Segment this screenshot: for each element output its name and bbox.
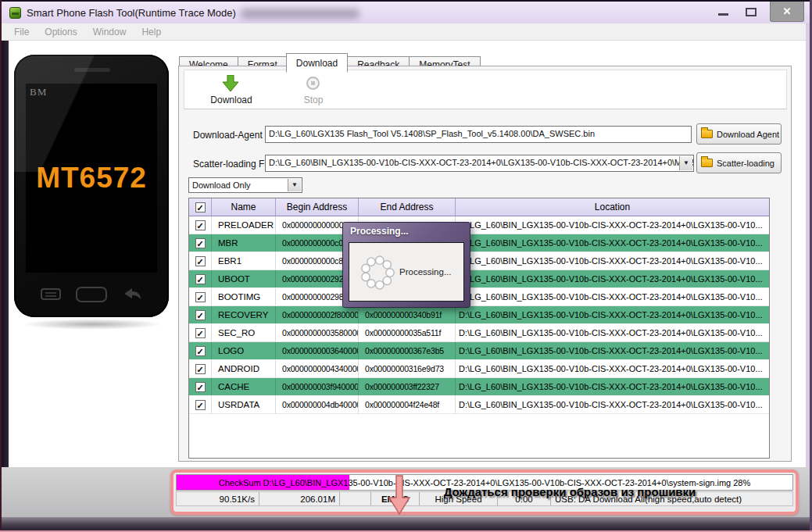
- row-checkbox[interactable]: ✓: [189, 288, 212, 305]
- dialog-panel: Processing...: [349, 242, 464, 302]
- chevron-down-icon[interactable]: ▼: [288, 179, 301, 191]
- back-nav-icon: [122, 287, 142, 302]
- chevron-down-icon[interactable]: ▼: [679, 156, 692, 170]
- download-button[interactable]: Download: [200, 95, 263, 105]
- row-checkbox[interactable]: ✓: [189, 396, 212, 413]
- row-checkbox[interactable]: ✓: [189, 234, 212, 252]
- minimize-icon: [718, 13, 728, 16]
- cell-name: RECOVERY: [212, 306, 276, 323]
- cell-end-address: 0x000000000367e3b5: [359, 342, 456, 359]
- scatter-file-value: D:\LG_L60\BIN_LGX135-00-V10b-CIS-XXX-OCT…: [269, 158, 694, 167]
- table-row-preloader[interactable]: ✓PRELOADER0x00000000000000000x0000000000…: [189, 216, 769, 234]
- toolbar: Download Stop: [184, 70, 787, 109]
- download-agent-button[interactable]: Download Agent: [696, 123, 782, 145]
- download-mode-combobox[interactable]: Download Only ▼: [188, 177, 302, 193]
- row-checkbox[interactable]: ✓: [189, 324, 212, 341]
- cell-begin-address: 0x0000000003580000: [276, 324, 359, 341]
- stop-icon: [306, 77, 320, 90]
- cell-location: D:\LG_L60\BIN_LGX135-00-V10b-CIS-XXX-OCT…: [456, 396, 769, 413]
- scatter-file-combobox[interactable]: D:\LG_L60\BIN_LGX135-00-V10b-CIS-XXX-OCT…: [265, 155, 694, 172]
- row-checkbox[interactable]: ✓: [189, 378, 212, 395]
- cell-name: BOOTIMG: [212, 288, 276, 305]
- row-checkbox[interactable]: ✓: [189, 342, 212, 359]
- cell-begin-address: 0x0000000003640000: [276, 342, 359, 359]
- cell-name: PRELOADER: [212, 216, 276, 234]
- table-row-ebr1[interactable]: ✓EBR10x0000000000c800D:\LG_L60\BIN_LGX13…: [189, 252, 769, 270]
- download-agent-input[interactable]: D:\LG_L60\LGX135 Flash_Tool V5.1408\SP_F…: [265, 126, 692, 143]
- cell-end-address: 0x000000003ff22327: [359, 378, 456, 395]
- annotation-text: Дождаться проверки образов из прошивки: [374, 485, 765, 498]
- table-row-cache[interactable]: ✓CACHE0x000000003f9400000x000000003ff223…: [189, 378, 769, 396]
- table-row-android[interactable]: ✓ANDROID0x00000000043400000x00000000316e…: [189, 360, 769, 378]
- folder-icon: [701, 130, 713, 138]
- window-title: Smart Phone Flash Tool(Runtime Trace Mod…: [27, 7, 236, 19]
- cell-location: D:\LG_L60\BIN_LGX135-00-V10b-CIS-XXX-OCT…: [456, 360, 769, 377]
- close-button[interactable]: ✕: [770, 2, 804, 22]
- phone-image: BM MT6572: [14, 55, 169, 317]
- cell-end-address: 0x00000000316e9d73: [359, 360, 456, 377]
- header-end-address[interactable]: End Address: [359, 198, 456, 216]
- maximize-button[interactable]: [737, 2, 765, 22]
- header-location[interactable]: Location: [456, 198, 769, 216]
- cell-location: D:\LG_L60\BIN_LGX135-00-V10b-CIS-XXX-OCT…: [456, 270, 769, 287]
- checkbox-icon: ✓: [195, 202, 206, 212]
- download-agent-button-label: Download Agent: [717, 130, 779, 139]
- cell-begin-address: 0x0000000002f80000: [276, 306, 359, 323]
- table-row-usrdata[interactable]: ✓USRDATA0x000000004db400000x000000004f24…: [189, 396, 769, 414]
- title-bar: Smart Phone Flash Tool(Runtime Trace Mod…: [2, 2, 810, 23]
- row-checkbox[interactable]: ✓: [189, 270, 212, 287]
- cell-name: EBR1: [212, 252, 276, 270]
- row-checkbox[interactable]: ✓: [189, 360, 212, 377]
- cell-end-address: 0x000000004f24e48f: [359, 396, 456, 413]
- status-cell-1: 206.01M: [259, 492, 340, 505]
- table-row-mbr[interactable]: ✓MBR0x0000000000c000D:\LG_L60\BIN_LGX135…: [189, 234, 769, 252]
- table-row-bootimg[interactable]: ✓BOOTIMG0x00000000029800D:\LG_L60\BIN_LG…: [189, 288, 769, 306]
- checkbox-icon: ✓: [195, 220, 206, 230]
- row-checkbox[interactable]: ✓: [189, 216, 212, 234]
- cell-location: D:\LG_L60\BIN_LGX135-00-V10b-CIS-XXX-OCT…: [456, 306, 769, 323]
- checkbox-icon: ✓: [195, 256, 206, 266]
- partition-table: ✓ Name Begin Address End Address Locatio…: [188, 198, 770, 459]
- header-checkbox-cell[interactable]: ✓: [189, 198, 212, 216]
- table-row-uboot[interactable]: ✓UBOOT0x00000000029200D:\LG_L60\BIN_LGX1…: [189, 270, 769, 288]
- menu-options[interactable]: Options: [37, 27, 84, 37]
- phone-nav-buttons: [14, 283, 169, 306]
- cell-begin-address: 0x000000004db40000: [276, 396, 359, 413]
- left-dark-strip: [2, 41, 9, 467]
- header-begin-address[interactable]: Begin Address: [276, 198, 359, 216]
- table-row-recovery[interactable]: ✓RECOVERY0x0000000002f800000x00000000034…: [189, 306, 769, 324]
- cell-name: USRDATA: [212, 396, 276, 413]
- cell-location: D:\LG_L60\BIN_LGX135-00-V10b-CIS-XXX-OCT…: [456, 324, 769, 341]
- status-cell-0: 90.51K/s: [177, 492, 259, 505]
- header-name[interactable]: Name: [212, 198, 276, 216]
- cell-name: UBOOT: [212, 270, 276, 287]
- scatter-loading-button[interactable]: Scatter-loading: [696, 152, 782, 173]
- menu-file[interactable]: File: [6, 27, 37, 37]
- menu-bar: FileOptionsWindowHelp: [2, 23, 806, 41]
- phone-gloss: [14, 55, 169, 172]
- spinner-icon: [359, 254, 396, 291]
- download-mode-value: Download Only: [192, 180, 251, 190]
- cell-location: D:\LG_L60\BIN_LGX135-00-V10b-CIS-XXX-OCT…: [456, 252, 769, 270]
- status-cell-2: [340, 492, 371, 505]
- table-header: ✓ Name Begin Address End Address Locatio…: [189, 198, 769, 216]
- cell-begin-address: 0x000000003f940000: [276, 378, 359, 395]
- minimize-button[interactable]: [709, 2, 737, 22]
- cell-name: SEC_RO: [212, 324, 276, 341]
- cell-name: MBR: [212, 234, 276, 252]
- row-checkbox[interactable]: ✓: [189, 252, 212, 270]
- table-row-sec_ro[interactable]: ✓SEC_RO0x00000000035800000x00000000035a5…: [189, 324, 769, 342]
- menu-help[interactable]: Help: [134, 27, 169, 37]
- checkbox-icon: ✓: [195, 292, 206, 302]
- cell-location: D:\LG_L60\BIN_LGX135-00-V10b-CIS-XXX-OCT…: [456, 288, 769, 305]
- menu-window[interactable]: Window: [85, 27, 134, 37]
- app-window: Smart Phone Flash Tool(Runtime Trace Mod…: [0, 0, 812, 532]
- checkbox-icon: ✓: [195, 364, 206, 374]
- tab-download[interactable]: Download: [286, 53, 348, 73]
- row-checkbox[interactable]: ✓: [189, 306, 212, 323]
- download-tab-page: Download Stop Download-Agent D:\LG_L60\L…: [178, 66, 792, 462]
- app-icon: [9, 7, 21, 19]
- dialog-title: Processing...: [350, 226, 409, 237]
- table-row-logo[interactable]: ✓LOGO0x00000000036400000x000000000367e3b…: [189, 342, 769, 360]
- cell-name: ANDROID: [212, 360, 276, 377]
